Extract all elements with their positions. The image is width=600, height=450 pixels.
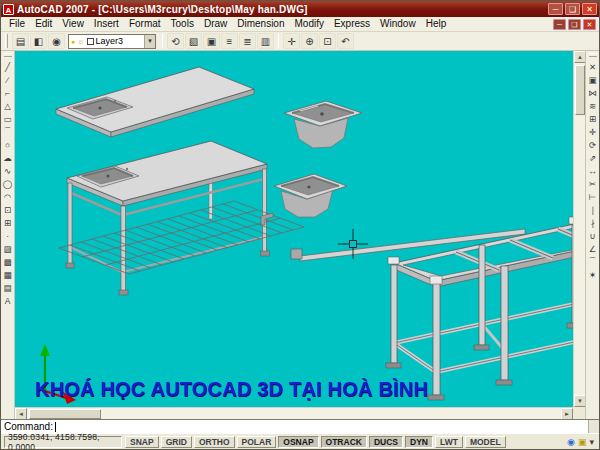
status-toggle-ducs[interactable]: DUCS <box>369 436 403 448</box>
doc-restore-button[interactable]: ❏ <box>568 19 581 30</box>
status-toggle-model[interactable]: MODEL <box>465 436 506 448</box>
status-toggle-lwt[interactable]: LWT <box>435 436 463 448</box>
layers-toolbar: ▤◧◉ ● ☼ Layer3 ▼ ⟲▧▣≡≣▥ ✛⊕⊡↶ <box>1 32 599 51</box>
point-icon[interactable]: ∙ <box>1 229 14 242</box>
layer-previous-icon[interactable]: ⟲ <box>167 33 184 49</box>
vertical-scroll-thumb[interactable] <box>575 65 585 115</box>
zoom-previous-icon[interactable]: ↶ <box>337 33 354 49</box>
status-toggle-osnap[interactable]: OSNAP <box>278 436 318 448</box>
trim-icon[interactable]: ✂ <box>586 177 599 190</box>
chamfer-icon[interactable]: ∠ <box>586 242 599 255</box>
array-icon[interactable]: ⊞ <box>586 112 599 125</box>
scale-icon[interactable]: ⇗ <box>586 151 599 164</box>
drawing-object-wire-rack[interactable] <box>59 201 304 274</box>
layer-states-manager-icon[interactable]: ◧ <box>30 33 47 49</box>
doc-close-button[interactable]: ✕ <box>583 19 596 30</box>
linetype-control-icon[interactable]: ≡ <box>221 33 238 49</box>
menu-dimension[interactable]: Dimension <box>232 17 289 31</box>
menu-format[interactable]: Format <box>124 17 166 31</box>
pan-realtime-icon[interactable]: ✛ <box>283 33 300 49</box>
command-line[interactable]: Command: <box>1 419 599 433</box>
copy-icon[interactable]: ▣ <box>586 73 599 86</box>
drawing-canvas[interactable]: KHOÁ HỌC AUTOCAD 3D TẠI HOÀ BÌNH <box>15 51 573 407</box>
layer-properties-manager-icon[interactable]: ▤ <box>12 33 29 49</box>
ellipse-arc-icon[interactable]: ◠ <box>1 190 14 203</box>
overlay-text: KHOÁ HỌC AUTOCAD 3D TẠI HOÀ BÌNH <box>35 378 428 401</box>
explode-icon[interactable]: ✶ <box>586 268 599 281</box>
circle-icon[interactable]: ○ <box>1 138 14 151</box>
command-scrollbar[interactable] <box>588 420 599 433</box>
lineweight-control-icon[interactable]: ≣ <box>239 33 256 49</box>
status-toggle-snap[interactable]: SNAP <box>125 436 159 448</box>
rectangle-icon[interactable]: ▭ <box>1 112 14 125</box>
rotate-icon[interactable]: ⟳ <box>586 138 599 151</box>
break-icon[interactable]: ∤ <box>586 216 599 229</box>
tray-menu-arrow-icon[interactable]: ▾ <box>589 436 594 448</box>
menu-draw[interactable]: Draw <box>199 17 232 31</box>
status-toggle-otrack[interactable]: OTRACK <box>321 436 367 448</box>
menu-window[interactable]: Window <box>375 17 421 31</box>
drawing-object-sink-bowl-2[interactable] <box>274 174 347 217</box>
gradient-icon[interactable]: ▩ <box>1 255 14 268</box>
mirror-icon[interactable]: ⋈ <box>586 86 599 99</box>
horizontal-scroll-thumb[interactable] <box>29 409 101 419</box>
ellipse-icon[interactable]: ◯ <box>1 177 14 190</box>
zoom-realtime-icon[interactable]: ⊕ <box>301 33 318 49</box>
layer-dropdown-arrow-icon[interactable]: ▼ <box>144 35 155 48</box>
fillet-icon[interactable]: ⌒ <box>586 255 599 268</box>
command-caret <box>55 422 56 432</box>
revision-cloud-icon[interactable]: ☁ <box>1 151 14 164</box>
hatch-icon[interactable]: ▨ <box>1 242 14 255</box>
extend-icon[interactable]: ⊢ <box>586 190 599 203</box>
make-block-icon[interactable]: ⊞ <box>1 216 14 229</box>
menu-help[interactable]: Help <box>421 17 452 31</box>
maximize-button[interactable]: ❏ <box>565 3 580 15</box>
offset-icon[interactable]: ≋ <box>586 99 599 112</box>
vertical-scrollbar[interactable]: ▲ ▼ <box>573 51 585 407</box>
minimize-button[interactable]: ─ <box>548 3 563 15</box>
polygon-icon[interactable]: △ <box>1 99 14 112</box>
break-at-point-icon[interactable]: ∣ <box>586 203 599 216</box>
stretch-icon[interactable]: ↔ <box>586 164 599 177</box>
polyline-icon[interactable]: ⌐ <box>1 86 14 99</box>
menu-insert[interactable]: Insert <box>89 17 124 31</box>
menu-tools[interactable]: Tools <box>166 17 199 31</box>
table-icon[interactable]: ▤ <box>1 281 14 294</box>
status-toggle-dyn[interactable]: DYN <box>405 436 433 448</box>
zoom-window-icon[interactable]: ⊡ <box>319 33 336 49</box>
menu-modify[interactable]: Modify <box>290 17 329 31</box>
spline-icon[interactable]: ∿ <box>1 164 14 177</box>
menu-edit[interactable]: Edit <box>30 17 57 31</box>
palette-grip[interactable] <box>4 53 12 57</box>
toolbar-grip[interactable] <box>5 34 8 48</box>
menu-express[interactable]: Express <box>329 17 375 31</box>
horizontal-scrollbar[interactable]: ◄ ► <box>15 407 573 419</box>
status-toggle-grid[interactable]: GRID <box>161 436 192 448</box>
match-properties-icon[interactable]: ▧ <box>185 33 202 49</box>
insert-block-icon[interactable]: ⊡ <box>1 203 14 216</box>
make-object-layer-current-icon[interactable]: ◉ <box>48 33 65 49</box>
arc-icon[interactable]: ⌒ <box>1 125 14 138</box>
layer-dropdown[interactable]: ● ☼ Layer3 ▼ <box>68 34 156 49</box>
multiline-text-icon[interactable]: A <box>1 294 14 307</box>
erase-icon[interactable]: ✕ <box>586 60 599 73</box>
doc-minimize-button[interactable]: ─ <box>553 19 566 30</box>
line-icon[interactable]: ╱ <box>1 60 14 73</box>
close-button[interactable]: ✕ <box>582 3 597 15</box>
toolbar-lock-icon[interactable]: ▣ <box>578 436 587 448</box>
palette-grip[interactable] <box>589 53 597 57</box>
color-control-icon[interactable]: ▣ <box>203 33 220 49</box>
move-icon[interactable]: ✛ <box>586 125 599 138</box>
drawing-object-sink-counter-top[interactable] <box>56 67 254 137</box>
join-icon[interactable]: ∪ <box>586 229 599 242</box>
menu-view[interactable]: View <box>57 17 89 31</box>
menu-file[interactable]: File <box>4 17 30 31</box>
region-icon[interactable]: ▦ <box>1 268 14 281</box>
plot-style-control-icon[interactable]: ▥ <box>257 33 274 49</box>
drawing-object-sink-table[interactable] <box>66 141 270 295</box>
construction-line-icon[interactable]: ∕ <box>1 73 14 86</box>
status-toggle-ortho[interactable]: ORTHO <box>194 436 235 448</box>
status-toggle-polar[interactable]: POLAR <box>237 436 277 448</box>
drawing-object-sink-bowl-1[interactable] <box>284 101 362 148</box>
communication-center-icon[interactable]: ◉ <box>567 436 575 448</box>
